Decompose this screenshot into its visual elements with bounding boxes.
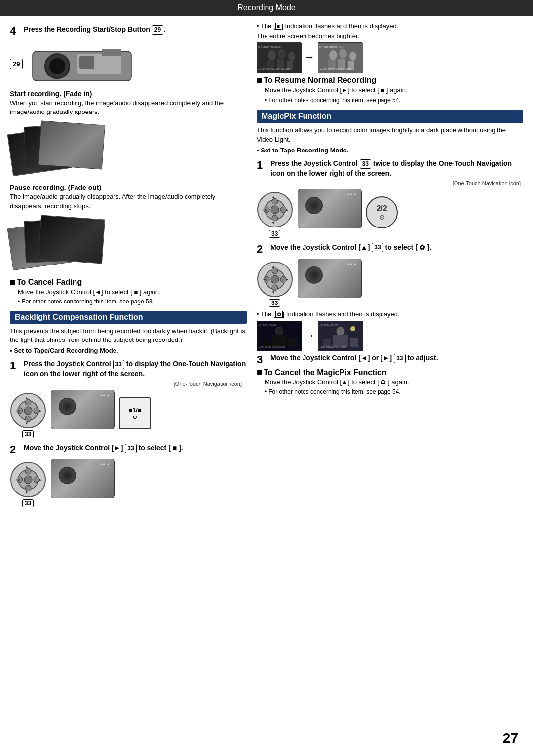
photo-stack-fadein [10, 120, 118, 180]
magicpix-header: MagicPix Function [257, 110, 523, 123]
backlight-step2: 2 Move the Joystick Control [►] 33 to se… [10, 443, 247, 456]
svg-text:12:34:56AM JAN 2 2005: 12:34:56AM JAN 2 2005 [258, 345, 285, 348]
cancel-magicpix-title: To Cancel the MagicPix Function [264, 368, 387, 377]
svg-text:12:34:56AM JAN 2 2005: 12:34:56AM JAN 2 2005 [319, 67, 352, 70]
thumb-bright-people: sP 3h59m59sR2TF12:34:56AM JAN 2 2005 [318, 42, 362, 72]
svg-rect-72 [289, 338, 297, 347]
backlight-step2-num: 2 [10, 443, 20, 456]
svg-text:▲: ▲ [271, 195, 275, 199]
magicpix-step3-badge: 33 [394, 354, 405, 363]
svg-text:▼: ▼ [271, 221, 275, 225]
svg-text:12:34:56AM JAN 2 2005: 12:34:56AM JAN 2 2005 [319, 345, 346, 348]
svg-point-29 [268, 50, 276, 60]
thumb-dark-people: sP 3h59m59sR2TF12:34:56AM JAN 2 2005 [257, 42, 301, 72]
resume-bullet [257, 78, 262, 83]
svg-text:◄: ◄ [263, 208, 267, 212]
one-touch-nav-label-right: [One-Touch Navigation icon] [453, 180, 521, 186]
svg-point-63 [271, 275, 279, 283]
svg-point-80 [350, 326, 355, 331]
screen-brighter-text: The entire screen becomes brighter. [257, 32, 523, 40]
content-area: 4 Press the Recording Start/Stop Button … [0, 16, 533, 512]
magicpix-thumb-after: sP 3h59m59s20f12:34:56AM JAN 2 2005 [318, 321, 362, 350]
svg-text:◄: ◄ [16, 409, 20, 413]
page-title: Recording Mode [237, 3, 295, 12]
magicpix-step2-images: ▲ ▼ ◄ ► ●● ● [257, 259, 523, 298]
magicpix-set-mode: • Set to Tape Recording Mode. [257, 146, 523, 155]
joystick-icon-mp2: ▲ ▼ ◄ ► [257, 261, 294, 298]
joystick-icon: ▲ ▼ ◄ ► [10, 392, 47, 429]
svg-text:◄: ◄ [16, 478, 20, 482]
camera-image-step4 [28, 41, 136, 86]
joystick-icon-mp1: ▲ ▼ ◄ ► [257, 191, 294, 228]
magicpix-step1-num: 1 [257, 159, 266, 172]
magicpix-step3-num: 3 [257, 353, 266, 366]
magicpix-step1: 1 Press the Joystick Control 33 twice to… [257, 159, 523, 178]
backlight-step2-text: Move the Joystick Control [►] 33 to sele… [24, 443, 183, 453]
svg-point-39 [339, 49, 347, 59]
magicpix-thumb-before: sP 3h59m59s20f12:34:56AM JAN 2 2005 [257, 321, 301, 350]
svg-text:▼: ▼ [271, 290, 275, 295]
svg-point-38 [329, 50, 337, 60]
camera-lens [59, 398, 76, 415]
step4-image-row: 29 [10, 41, 247, 86]
svg-text:sP 3h59m59sR2TF: sP 3h59m59sR2TF [258, 45, 284, 48]
left-column: 4 Press the Recording Start/Stop Button … [10, 21, 247, 507]
magicpix-step2-badge: 33 [372, 243, 383, 252]
cancel-magicpix-body: Move the Joystick Control [▲] to select … [265, 378, 523, 387]
backlight-body: This prevents the subject from being rec… [10, 327, 247, 344]
backlight-step1-images: ▲ ▼ ◄ ► ●● ● ■1/■ ⊙ [10, 390, 247, 429]
resume-body: Move the Joystick Control [►] to select … [265, 86, 523, 95]
cancel-fading-body: Move the Joystick Control [◄] to select … [18, 288, 247, 297]
cancel-fading-note: For other notes concerning this item, se… [18, 298, 247, 306]
svg-text:▲: ▲ [271, 265, 275, 269]
indication-icon: ■ [275, 23, 282, 30]
cancel-magicpix-note: For other notes concerning this item, se… [265, 388, 523, 396]
camera-body-mp2: ●● ● [298, 259, 362, 298]
arrow-right-mp: → [304, 329, 315, 342]
camera-lens-2 [59, 467, 76, 484]
magicpix-step3-text: Move the Joystick Control [◄] or [►] 33 … [270, 353, 438, 363]
svg-point-40 [349, 52, 356, 61]
badge-33-mp2: 33 [269, 299, 280, 307]
magicpix-step1-text: Press the Joystick Control 33 twice to d… [270, 159, 523, 178]
cancel-fading-section: To Cancel Fading [10, 278, 247, 287]
night-dark-thumb: sP 3h59m59s20f12:34:56AM JAN 2 2005 [257, 321, 301, 350]
svg-point-2 [49, 58, 65, 74]
backlight-badge-33: 33 [113, 360, 124, 369]
screen-thumbnails-1: sP 3h59m59sR2TF12:34:56AM JAN 2 2005 → s… [257, 42, 523, 72]
start-recording-title: Start recording. (Fade in) [10, 90, 247, 98]
magicpix-step3: 3 Move the Joystick Control [◄] or [►] 3… [257, 353, 523, 366]
camera-lens-mp1 [305, 197, 323, 214]
cancel-fading-bullet [10, 280, 15, 285]
badge-33-mp1: 33 [269, 230, 280, 238]
page-number: 27 [503, 730, 518, 746]
arrow-right-1: → [304, 51, 315, 64]
magicpix-step2-num: 2 [257, 243, 266, 256]
magicpix-indication-icon: ✿ [275, 311, 283, 318]
magicpix-thumbnails: sP 3h59m59s20f12:34:56AM JAN 2 2005 → sP… [257, 321, 523, 350]
svg-rect-79 [350, 338, 358, 347]
svg-text:▼: ▼ [25, 491, 29, 495]
magicpix-indication: • The [✿] Indication flashes and then is… [257, 310, 523, 319]
svg-point-76 [337, 327, 344, 335]
svg-text:►: ► [285, 277, 289, 282]
svg-text:►: ► [38, 478, 42, 482]
resume-title: To Resume Normal Recording [264, 76, 376, 85]
badge-33-left: 33 [22, 430, 34, 438]
magicpix-body: This function allows you to record color… [257, 126, 523, 144]
night-bright-thumb: sP 3h59m59s20f12:34:56AM JAN 2 2005 [318, 321, 362, 350]
pause-recording-title: Pause recording. (Fade out) [10, 184, 247, 191]
svg-text:sP 3h59m59s20f: sP 3h59m59s20f [258, 324, 277, 327]
svg-rect-5 [79, 56, 94, 69]
pause-recording-body: The image/audio gradually disappears. Af… [10, 192, 247, 210]
svg-point-12 [24, 407, 32, 415]
svg-text:sP 3h59m59sR2TF: sP 3h59m59sR2TF [319, 45, 345, 48]
svg-text:►: ► [38, 409, 42, 413]
indication-text: • The [■] Indication flashes and then is… [257, 22, 523, 31]
svg-text:▲: ▲ [25, 396, 29, 400]
backlight-set-mode: • Set to Tape/Card Recording Mode. [10, 346, 247, 355]
start-recording-body: When you start recording, the image/audi… [10, 99, 247, 116]
backlight-step1-num: 1 [10, 359, 20, 372]
backlight-step1-text: Press the Joystick Control 33 to display… [24, 359, 247, 378]
resume-note: For other notes concerning this item, se… [265, 96, 523, 105]
